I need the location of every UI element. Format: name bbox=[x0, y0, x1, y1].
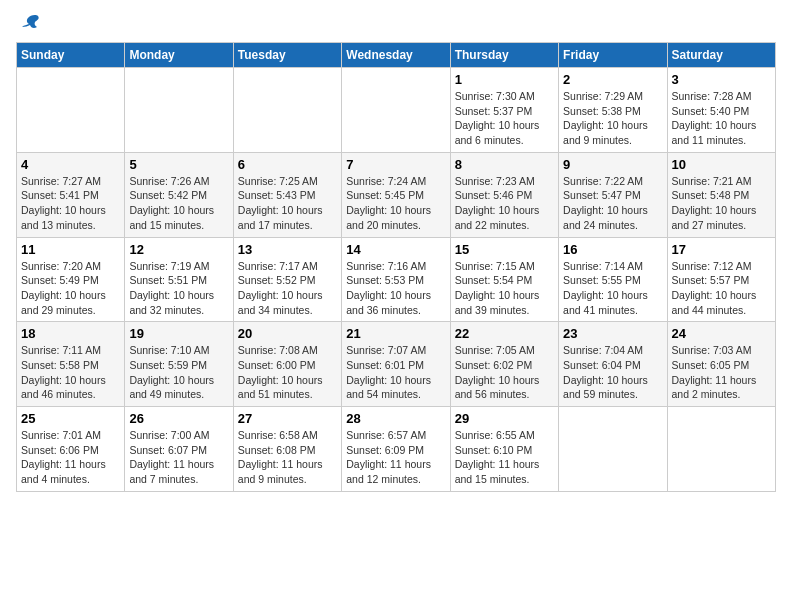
calendar-cell: 25Sunrise: 7:01 AM Sunset: 6:06 PM Dayli… bbox=[17, 407, 125, 492]
calendar-cell: 8Sunrise: 7:23 AM Sunset: 5:46 PM Daylig… bbox=[450, 152, 558, 237]
calendar-cell: 12Sunrise: 7:19 AM Sunset: 5:51 PM Dayli… bbox=[125, 237, 233, 322]
calendar-cell: 20Sunrise: 7:08 AM Sunset: 6:00 PM Dayli… bbox=[233, 322, 341, 407]
calendar-week-row: 4Sunrise: 7:27 AM Sunset: 5:41 PM Daylig… bbox=[17, 152, 776, 237]
page-header bbox=[16, 16, 776, 34]
day-info: Sunrise: 7:29 AM Sunset: 5:38 PM Dayligh… bbox=[563, 89, 662, 148]
calendar-cell: 7Sunrise: 7:24 AM Sunset: 5:45 PM Daylig… bbox=[342, 152, 450, 237]
day-info: Sunrise: 7:28 AM Sunset: 5:40 PM Dayligh… bbox=[672, 89, 771, 148]
calendar-week-row: 18Sunrise: 7:11 AM Sunset: 5:58 PM Dayli… bbox=[17, 322, 776, 407]
day-info: Sunrise: 7:26 AM Sunset: 5:42 PM Dayligh… bbox=[129, 174, 228, 233]
calendar-cell bbox=[125, 68, 233, 153]
day-number: 16 bbox=[563, 242, 662, 257]
day-info: Sunrise: 7:04 AM Sunset: 6:04 PM Dayligh… bbox=[563, 343, 662, 402]
day-info: Sunrise: 7:03 AM Sunset: 6:05 PM Dayligh… bbox=[672, 343, 771, 402]
day-number: 4 bbox=[21, 157, 120, 172]
day-info: Sunrise: 7:11 AM Sunset: 5:58 PM Dayligh… bbox=[21, 343, 120, 402]
calendar-cell: 21Sunrise: 7:07 AM Sunset: 6:01 PM Dayli… bbox=[342, 322, 450, 407]
day-info: Sunrise: 7:21 AM Sunset: 5:48 PM Dayligh… bbox=[672, 174, 771, 233]
day-info: Sunrise: 7:08 AM Sunset: 6:00 PM Dayligh… bbox=[238, 343, 337, 402]
day-number: 2 bbox=[563, 72, 662, 87]
day-info: Sunrise: 7:12 AM Sunset: 5:57 PM Dayligh… bbox=[672, 259, 771, 318]
day-info: Sunrise: 7:14 AM Sunset: 5:55 PM Dayligh… bbox=[563, 259, 662, 318]
calendar-cell: 14Sunrise: 7:16 AM Sunset: 5:53 PM Dayli… bbox=[342, 237, 450, 322]
column-header-tuesday: Tuesday bbox=[233, 43, 341, 68]
day-number: 5 bbox=[129, 157, 228, 172]
calendar-cell: 17Sunrise: 7:12 AM Sunset: 5:57 PM Dayli… bbox=[667, 237, 775, 322]
column-header-sunday: Sunday bbox=[17, 43, 125, 68]
calendar-cell: 5Sunrise: 7:26 AM Sunset: 5:42 PM Daylig… bbox=[125, 152, 233, 237]
column-header-wednesday: Wednesday bbox=[342, 43, 450, 68]
calendar-cell: 22Sunrise: 7:05 AM Sunset: 6:02 PM Dayli… bbox=[450, 322, 558, 407]
calendar-cell: 28Sunrise: 6:57 AM Sunset: 6:09 PM Dayli… bbox=[342, 407, 450, 492]
day-number: 18 bbox=[21, 326, 120, 341]
column-header-monday: Monday bbox=[125, 43, 233, 68]
calendar-cell: 24Sunrise: 7:03 AM Sunset: 6:05 PM Dayli… bbox=[667, 322, 775, 407]
day-number: 22 bbox=[455, 326, 554, 341]
day-number: 21 bbox=[346, 326, 445, 341]
calendar-cell: 4Sunrise: 7:27 AM Sunset: 5:41 PM Daylig… bbox=[17, 152, 125, 237]
day-number: 8 bbox=[455, 157, 554, 172]
day-info: Sunrise: 7:01 AM Sunset: 6:06 PM Dayligh… bbox=[21, 428, 120, 487]
day-info: Sunrise: 6:58 AM Sunset: 6:08 PM Dayligh… bbox=[238, 428, 337, 487]
column-header-friday: Friday bbox=[559, 43, 667, 68]
day-info: Sunrise: 7:15 AM Sunset: 5:54 PM Dayligh… bbox=[455, 259, 554, 318]
calendar-cell: 15Sunrise: 7:15 AM Sunset: 5:54 PM Dayli… bbox=[450, 237, 558, 322]
calendar-week-row: 11Sunrise: 7:20 AM Sunset: 5:49 PM Dayli… bbox=[17, 237, 776, 322]
day-number: 17 bbox=[672, 242, 771, 257]
day-number: 26 bbox=[129, 411, 228, 426]
day-number: 23 bbox=[563, 326, 662, 341]
calendar-cell: 29Sunrise: 6:55 AM Sunset: 6:10 PM Dayli… bbox=[450, 407, 558, 492]
day-number: 11 bbox=[21, 242, 120, 257]
day-number: 14 bbox=[346, 242, 445, 257]
day-number: 9 bbox=[563, 157, 662, 172]
day-info: Sunrise: 7:24 AM Sunset: 5:45 PM Dayligh… bbox=[346, 174, 445, 233]
calendar-cell: 23Sunrise: 7:04 AM Sunset: 6:04 PM Dayli… bbox=[559, 322, 667, 407]
calendar-cell bbox=[667, 407, 775, 492]
day-number: 29 bbox=[455, 411, 554, 426]
day-info: Sunrise: 7:07 AM Sunset: 6:01 PM Dayligh… bbox=[346, 343, 445, 402]
calendar-cell: 27Sunrise: 6:58 AM Sunset: 6:08 PM Dayli… bbox=[233, 407, 341, 492]
day-number: 3 bbox=[672, 72, 771, 87]
calendar-table: SundayMondayTuesdayWednesdayThursdayFrid… bbox=[16, 42, 776, 492]
day-info: Sunrise: 7:10 AM Sunset: 5:59 PM Dayligh… bbox=[129, 343, 228, 402]
day-number: 6 bbox=[238, 157, 337, 172]
calendar-cell bbox=[342, 68, 450, 153]
day-number: 10 bbox=[672, 157, 771, 172]
calendar-cell bbox=[233, 68, 341, 153]
day-number: 7 bbox=[346, 157, 445, 172]
calendar-header-row: SundayMondayTuesdayWednesdayThursdayFrid… bbox=[17, 43, 776, 68]
day-info: Sunrise: 7:17 AM Sunset: 5:52 PM Dayligh… bbox=[238, 259, 337, 318]
day-info: Sunrise: 6:57 AM Sunset: 6:09 PM Dayligh… bbox=[346, 428, 445, 487]
calendar-cell bbox=[17, 68, 125, 153]
day-info: Sunrise: 7:00 AM Sunset: 6:07 PM Dayligh… bbox=[129, 428, 228, 487]
day-info: Sunrise: 7:22 AM Sunset: 5:47 PM Dayligh… bbox=[563, 174, 662, 233]
calendar-cell bbox=[559, 407, 667, 492]
day-number: 13 bbox=[238, 242, 337, 257]
calendar-cell: 13Sunrise: 7:17 AM Sunset: 5:52 PM Dayli… bbox=[233, 237, 341, 322]
calendar-cell: 1Sunrise: 7:30 AM Sunset: 5:37 PM Daylig… bbox=[450, 68, 558, 153]
day-info: Sunrise: 7:30 AM Sunset: 5:37 PM Dayligh… bbox=[455, 89, 554, 148]
day-number: 12 bbox=[129, 242, 228, 257]
day-info: Sunrise: 7:20 AM Sunset: 5:49 PM Dayligh… bbox=[21, 259, 120, 318]
day-number: 28 bbox=[346, 411, 445, 426]
day-info: Sunrise: 7:16 AM Sunset: 5:53 PM Dayligh… bbox=[346, 259, 445, 318]
day-info: Sunrise: 7:05 AM Sunset: 6:02 PM Dayligh… bbox=[455, 343, 554, 402]
day-info: Sunrise: 7:19 AM Sunset: 5:51 PM Dayligh… bbox=[129, 259, 228, 318]
column-header-thursday: Thursday bbox=[450, 43, 558, 68]
calendar-cell: 10Sunrise: 7:21 AM Sunset: 5:48 PM Dayli… bbox=[667, 152, 775, 237]
calendar-week-row: 1Sunrise: 7:30 AM Sunset: 5:37 PM Daylig… bbox=[17, 68, 776, 153]
column-header-saturday: Saturday bbox=[667, 43, 775, 68]
calendar-week-row: 25Sunrise: 7:01 AM Sunset: 6:06 PM Dayli… bbox=[17, 407, 776, 492]
day-number: 25 bbox=[21, 411, 120, 426]
day-number: 27 bbox=[238, 411, 337, 426]
logo-bird-icon bbox=[20, 12, 42, 34]
day-info: Sunrise: 7:27 AM Sunset: 5:41 PM Dayligh… bbox=[21, 174, 120, 233]
day-number: 20 bbox=[238, 326, 337, 341]
calendar-cell: 16Sunrise: 7:14 AM Sunset: 5:55 PM Dayli… bbox=[559, 237, 667, 322]
day-info: Sunrise: 6:55 AM Sunset: 6:10 PM Dayligh… bbox=[455, 428, 554, 487]
logo bbox=[16, 16, 42, 34]
calendar-cell: 9Sunrise: 7:22 AM Sunset: 5:47 PM Daylig… bbox=[559, 152, 667, 237]
calendar-cell: 19Sunrise: 7:10 AM Sunset: 5:59 PM Dayli… bbox=[125, 322, 233, 407]
day-number: 24 bbox=[672, 326, 771, 341]
day-number: 15 bbox=[455, 242, 554, 257]
